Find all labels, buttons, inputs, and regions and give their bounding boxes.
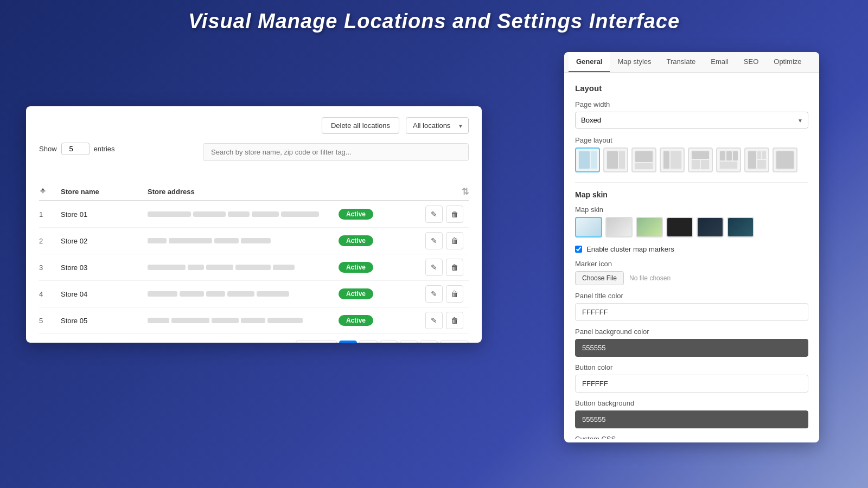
choose-file-row: Choose File No file chosen bbox=[575, 271, 808, 285]
enable-cluster-row: Enable cluster map markers bbox=[575, 245, 808, 253]
panel-top-bar: Delete all locations All locations bbox=[39, 117, 469, 134]
store-name: Store 05 bbox=[61, 317, 148, 325]
entries-per-page-input[interactable] bbox=[61, 143, 90, 155]
svg-rect-18 bbox=[726, 151, 732, 160]
skin-terrain[interactable] bbox=[636, 217, 663, 237]
page-3-button[interactable]: 3 bbox=[380, 341, 398, 343]
locations-panel: Delete all locations All locations Show … bbox=[26, 106, 482, 343]
prev-page-button[interactable]: Previous bbox=[296, 341, 337, 343]
next-page-button[interactable]: Next bbox=[440, 341, 469, 343]
map-skin-section-title: Map skin bbox=[575, 190, 808, 199]
layout-option-1[interactable] bbox=[575, 147, 600, 172]
skin-light[interactable] bbox=[575, 217, 602, 237]
row-num: 3 bbox=[39, 264, 61, 272]
svg-rect-4 bbox=[607, 151, 618, 169]
page-width-label: Page width bbox=[575, 100, 808, 108]
row-num: 4 bbox=[39, 290, 61, 298]
show-label: Show bbox=[39, 145, 57, 153]
edit-button[interactable]: ✎ bbox=[425, 232, 443, 249]
delete-button[interactable]: 🗑 bbox=[446, 206, 463, 223]
store-address bbox=[148, 318, 339, 323]
svg-rect-2 bbox=[591, 151, 597, 169]
button-color-value[interactable]: FFFFFF bbox=[575, 375, 808, 393]
page-width-dropdown[interactable]: Boxed Full Width bbox=[575, 112, 808, 129]
edit-button[interactable]: ✎ bbox=[425, 285, 443, 303]
settings-panel: General Map styles Translate Email SEO O… bbox=[564, 52, 819, 442]
button-bg-label: Button background bbox=[575, 399, 808, 407]
skin-teal[interactable] bbox=[727, 217, 754, 237]
all-locations-dropdown[interactable]: All locations bbox=[406, 117, 469, 134]
status-badge: Active bbox=[339, 288, 373, 299]
edit-button[interactable]: ✎ bbox=[425, 206, 443, 223]
layout-option-2[interactable] bbox=[603, 147, 628, 172]
sort-icon-col[interactable] bbox=[39, 187, 61, 196]
skin-gray[interactable] bbox=[605, 217, 633, 237]
page-5-button[interactable]: 5 bbox=[420, 341, 438, 343]
svg-rect-24 bbox=[762, 151, 766, 159]
table-row: 5 Store 05 Active ✎ 🗑 bbox=[39, 307, 469, 334]
page-width-dropdown-wrapper: Boxed Full Width bbox=[575, 112, 808, 129]
panel-bg-color-label: Panel background color bbox=[575, 328, 808, 336]
layout-option-7[interactable] bbox=[744, 147, 769, 172]
svg-rect-8 bbox=[635, 163, 653, 169]
status-badge: Active bbox=[339, 209, 373, 220]
panel-bg-color-value[interactable]: 555555 bbox=[575, 339, 808, 357]
skin-dark[interactable] bbox=[666, 217, 693, 237]
divider-1 bbox=[575, 182, 808, 183]
edit-button[interactable]: ✎ bbox=[425, 259, 443, 276]
button-bg-value[interactable]: 555555 bbox=[575, 410, 808, 428]
store-address bbox=[148, 238, 339, 243]
table-header: Store name Store address ⇅ bbox=[39, 183, 469, 201]
tab-optimize[interactable]: Optimize bbox=[766, 52, 809, 72]
delete-button[interactable]: 🗑 bbox=[446, 285, 463, 303]
layout-option-4[interactable] bbox=[660, 147, 685, 172]
tab-general[interactable]: General bbox=[569, 52, 610, 72]
svg-rect-11 bbox=[671, 151, 681, 169]
tab-translate[interactable]: Translate bbox=[659, 52, 704, 72]
table-row: 3 Store 03 Active ✎ 🗑 bbox=[39, 254, 469, 281]
table-footer: Showing 1 to 5 of 22 entries Previous 1 … bbox=[39, 341, 469, 343]
page-1-button[interactable]: 1 bbox=[339, 341, 357, 343]
columns-toggle-icon[interactable]: ⇅ bbox=[462, 187, 469, 196]
delete-all-button[interactable]: Delete all locations bbox=[322, 117, 399, 134]
page-2-button[interactable]: 2 bbox=[359, 341, 377, 343]
svg-rect-7 bbox=[635, 151, 653, 162]
map-skin-label: Map skin bbox=[575, 206, 808, 214]
show-entries-row: Show entries bbox=[39, 143, 115, 155]
layout-section-title: Layout bbox=[575, 84, 808, 93]
layout-option-6[interactable] bbox=[716, 147, 741, 172]
row-num: 5 bbox=[39, 317, 61, 325]
svg-rect-19 bbox=[733, 151, 738, 160]
search-input[interactable] bbox=[203, 143, 469, 161]
delete-button[interactable]: 🗑 bbox=[446, 232, 463, 249]
page-4-button[interactable]: 4 bbox=[400, 341, 418, 343]
enable-cluster-checkbox[interactable] bbox=[575, 246, 582, 253]
map-skin-grid bbox=[575, 217, 808, 237]
layout-option-5[interactable] bbox=[688, 147, 713, 172]
tab-map-styles[interactable]: Map styles bbox=[610, 52, 659, 72]
col-store-name-header: Store name bbox=[61, 188, 148, 196]
status-badge: Active bbox=[339, 235, 373, 246]
choose-file-button[interactable]: Choose File bbox=[575, 271, 624, 285]
tab-seo[interactable]: SEO bbox=[736, 52, 766, 72]
pagination: Previous 1 2 3 4 5 Next bbox=[296, 341, 469, 343]
edit-button[interactable]: ✎ bbox=[425, 312, 443, 329]
sort-icon bbox=[39, 187, 47, 195]
row-num: 1 bbox=[39, 210, 61, 219]
svg-rect-13 bbox=[692, 151, 709, 159]
page-title: Visual Manage Locations and Settings Int… bbox=[0, 0, 868, 38]
delete-button[interactable]: 🗑 bbox=[446, 259, 463, 276]
table-row: 4 Store 04 Active ✎ 🗑 bbox=[39, 281, 469, 307]
delete-button[interactable]: 🗑 bbox=[446, 312, 463, 329]
col-store-address-header: Store address bbox=[148, 188, 339, 196]
layout-option-3[interactable] bbox=[631, 147, 656, 172]
layout-option-8[interactable] bbox=[773, 147, 797, 172]
panel-title-color-value[interactable]: FFFFFF bbox=[575, 303, 808, 321]
tab-email[interactable]: Email bbox=[703, 52, 736, 72]
store-address bbox=[148, 265, 339, 270]
settings-content: Layout Page width Boxed Full Width Page … bbox=[564, 73, 819, 439]
status-badge: Active bbox=[339, 315, 373, 326]
entries-label: entries bbox=[94, 145, 115, 153]
skin-dark2[interactable] bbox=[697, 217, 724, 237]
svg-rect-17 bbox=[720, 151, 725, 160]
